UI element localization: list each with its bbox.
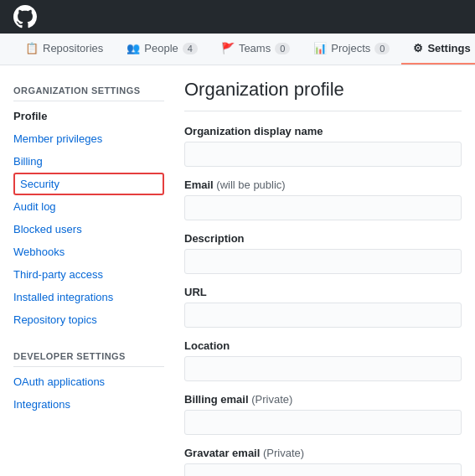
sidebar-item-repository-topics[interactable]: Repository topics [13, 308, 164, 331]
header [0, 0, 475, 34]
label-email: Email (will be public) [184, 178, 462, 191]
field-description: Description [184, 232, 462, 274]
sidebar-item-webhooks[interactable]: Webhooks [13, 241, 164, 263]
sidebar-item-integrations[interactable]: Integrations [13, 393, 164, 416]
sidebar-item-member-privileges[interactable]: Member privileges [13, 127, 164, 150]
tab-projects[interactable]: 📊 Projects 0 [302, 34, 401, 65]
sidebar-item-billing[interactable]: Billing [13, 150, 164, 173]
nav-tabs: 📋 Repositories 👥 People 4 🚩 Teams 0 📊 Pr… [0, 34, 475, 65]
tab-projects-label: Projects [331, 42, 370, 54]
field-url: URL [184, 286, 462, 328]
tab-settings[interactable]: ⚙ Settings [401, 34, 475, 65]
settings-icon: ⚙ [413, 42, 423, 54]
gravatar-email-note: (Private) [263, 447, 304, 459]
field-location: Location [184, 339, 462, 381]
page-title: Organization profile [184, 79, 462, 111]
field-display-name: Organization display name [184, 125, 462, 167]
sidebar-item-blocked-users[interactable]: Blocked users [13, 218, 164, 241]
input-url[interactable] [184, 303, 462, 328]
label-url: URL [184, 286, 462, 298]
repo-icon: 📋 [25, 42, 39, 54]
tab-settings-label: Settings [427, 42, 470, 54]
tab-teams-label: Teams [239, 42, 271, 54]
people-icon: 👥 [126, 42, 140, 54]
label-gravatar-email: Gravatar email (Private) [184, 447, 462, 459]
billing-email-note: (Private) [251, 393, 292, 406]
sidebar: Organization settings Profile Member pri… [13, 79, 164, 476]
input-description[interactable] [184, 249, 462, 274]
sidebar-item-audit-log[interactable]: Audit log [13, 195, 164, 218]
tab-people[interactable]: 👥 People 4 [115, 34, 209, 65]
input-billing-email[interactable] [184, 410, 462, 435]
label-billing-email: Billing email (Private) [184, 393, 462, 406]
tab-repositories[interactable]: 📋 Repositories [13, 34, 115, 65]
org-settings-section: Organization settings Profile Member pri… [13, 79, 164, 331]
teams-icon: 🚩 [221, 42, 235, 54]
input-display-name[interactable] [184, 142, 462, 167]
input-gravatar-email[interactable] [184, 463, 462, 476]
people-badge: 4 [183, 43, 198, 54]
input-location[interactable] [184, 356, 462, 381]
dev-settings-title: Developer settings [13, 344, 164, 367]
field-gravatar-email: Gravatar email (Private) [184, 447, 462, 476]
projects-icon: 📊 [313, 42, 327, 54]
sidebar-item-third-party-access[interactable]: Third-party access [13, 263, 164, 286]
projects-badge: 0 [374, 43, 390, 54]
field-billing-email: Billing email (Private) [184, 393, 462, 435]
main-content: Organization settings Profile Member pri… [0, 65, 475, 476]
label-location: Location [184, 339, 462, 352]
label-display-name: Organization display name [184, 125, 462, 137]
dev-settings-section: Developer settings OAuth applications In… [13, 344, 164, 416]
field-email: Email (will be public) [184, 178, 462, 220]
email-note: (will be public) [216, 178, 285, 191]
sidebar-item-oauth-applications[interactable]: OAuth applications [13, 370, 164, 393]
input-email[interactable] [184, 195, 462, 220]
tab-repositories-label: Repositories [43, 42, 103, 54]
org-settings-title: Organization settings [13, 79, 164, 101]
tab-teams[interactable]: 🚩 Teams 0 [209, 34, 302, 65]
teams-badge: 0 [275, 43, 290, 54]
tab-people-label: People [144, 42, 178, 54]
label-description: Description [184, 232, 462, 245]
sidebar-item-security[interactable]: Security [13, 173, 164, 195]
sidebar-item-profile[interactable]: Profile [13, 105, 164, 127]
github-logo [13, 5, 37, 28]
sidebar-item-installed-integrations[interactable]: Installed integrations [13, 286, 164, 308]
org-profile-content: Organization profile Organization displa… [164, 79, 462, 476]
